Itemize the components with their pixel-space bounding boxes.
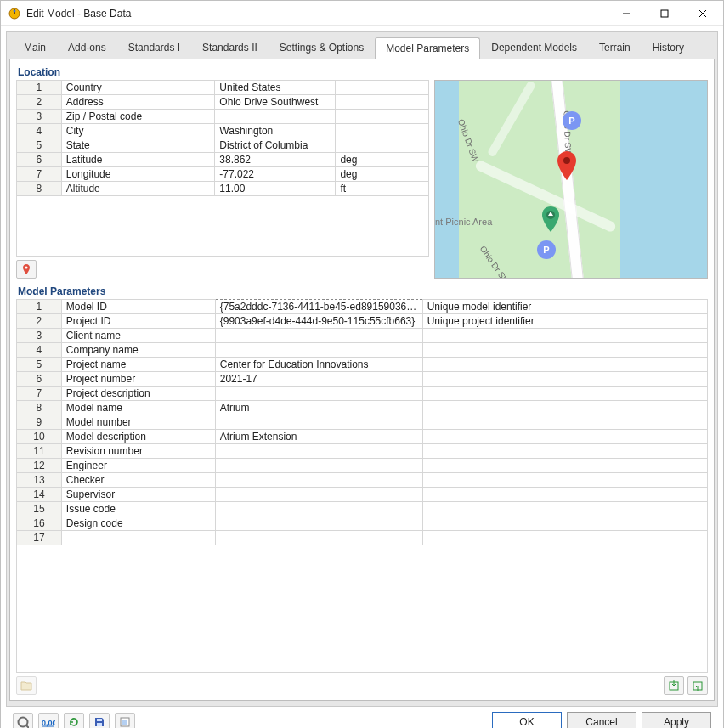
location-row[interactable]: 2AddressOhio Drive Southwest	[17, 95, 429, 110]
row-number: 6	[17, 153, 62, 167]
row-label: Client name	[61, 329, 215, 343]
location-grid-blank	[16, 196, 429, 257]
model-param-row[interactable]: 12Engineer	[17, 459, 708, 473]
dialog-window: Edit Model - Base Data MainAdd-onsStanda…	[0, 0, 724, 728]
tab-dependent-models[interactable]: Dependent Models	[480, 37, 588, 59]
row-label: Country	[61, 81, 215, 95]
export-button-1[interactable]	[664, 676, 684, 695]
tab-strip: MainAdd-onsStandards IStandards IISettin…	[9, 35, 715, 59]
open-folder-button[interactable]	[16, 676, 37, 695]
location-grid[interactable]: 1CountryUnited States2AddressOhio Drive …	[16, 80, 429, 196]
location-row[interactable]: 8Altitude11.00ft	[17, 182, 429, 196]
maximize-button[interactable]	[645, 1, 683, 25]
location-pin-icon	[557, 151, 574, 175]
close-button[interactable]	[683, 1, 721, 25]
row-value[interactable]	[215, 110, 336, 124]
model-param-row[interactable]: 10Model descriptionAtrium Extension	[17, 430, 708, 444]
tab-standards-ii[interactable]: Standards II	[191, 37, 269, 59]
row-number: 4	[17, 343, 62, 358]
tab-settings-options[interactable]: Settings & Options	[269, 37, 375, 59]
model-param-row[interactable]: 14Supervisor	[17, 488, 708, 502]
row-label: Design code	[61, 516, 215, 531]
row-label: Project ID	[61, 314, 215, 329]
tab-history[interactable]: History	[642, 37, 695, 59]
location-row[interactable]: 7Longitude-77.022deg	[17, 167, 429, 182]
apply-button[interactable]: Apply	[642, 712, 711, 728]
model-param-row[interactable]: 6Project number2021-17	[17, 372, 708, 387]
row-value[interactable]	[215, 343, 422, 358]
location-row[interactable]: 3Zip / Postal code	[17, 110, 429, 124]
model-param-row[interactable]: 7Project description	[17, 387, 708, 401]
row-value[interactable]: {9903a9ef-d4de-444d-9e50-115c55cfb663}	[215, 314, 422, 329]
park-point-icon	[541, 206, 560, 232]
tab-model-parameters[interactable]: Model Parameters	[375, 37, 480, 59]
tab-terrain[interactable]: Terrain	[588, 37, 642, 59]
refresh-button[interactable]	[64, 713, 84, 729]
model-param-row[interactable]: 17	[17, 531, 708, 545]
location-row[interactable]: 6Latitude38.862deg	[17, 153, 429, 167]
row-label: State	[61, 138, 215, 153]
row-value[interactable]: United States	[215, 81, 336, 95]
row-value[interactable]	[215, 502, 422, 516]
title-bar: Edit Model - Base Data	[1, 1, 723, 26]
tab-add-ons[interactable]: Add-ons	[57, 37, 117, 59]
row-value[interactable]: 11.00	[215, 182, 336, 196]
row-value[interactable]	[215, 329, 422, 343]
row-label: Longitude	[61, 167, 215, 182]
minimize-button[interactable]	[607, 1, 645, 25]
units-button[interactable]: 0,00	[38, 713, 59, 729]
model-param-row[interactable]: 3Client name	[17, 329, 708, 343]
cancel-button[interactable]: Cancel	[567, 712, 636, 728]
model-param-row[interactable]: 16Design code	[17, 516, 708, 531]
row-label: Project description	[61, 387, 215, 401]
row-label: Project name	[61, 358, 215, 372]
row-value[interactable]	[215, 387, 422, 401]
row-description	[422, 415, 707, 430]
export-button-2[interactable]	[687, 676, 708, 695]
model-param-row[interactable]: 1Model ID{75a2dddc-7136-4411-be45-ed8915…	[17, 300, 708, 314]
row-value[interactable]: {75a2dddc-7136-4411-be45-ed89159036bc}	[215, 300, 422, 314]
row-value[interactable]	[215, 415, 422, 430]
row-value[interactable]: 38.862	[215, 153, 336, 167]
model-param-row[interactable]: 4Company name	[17, 343, 708, 358]
row-value[interactable]: Ohio Drive Southwest	[215, 95, 336, 110]
row-value[interactable]: District of Columbia	[215, 138, 336, 153]
model-param-row[interactable]: 15Issue code	[17, 502, 708, 516]
row-value[interactable]: Center for Education Innovations	[215, 358, 422, 372]
save-button[interactable]	[89, 713, 110, 729]
tab-standards-i[interactable]: Standards I	[117, 37, 191, 59]
row-number: 9	[17, 415, 62, 430]
model-param-row[interactable]: 8Model nameAtrium	[17, 401, 708, 415]
row-value[interactable]	[215, 444, 422, 459]
svg-point-12	[19, 717, 28, 726]
row-description	[422, 343, 707, 358]
row-value[interactable]: Washington	[215, 124, 336, 138]
location-row[interactable]: 5StateDistrict of Columbia	[17, 138, 429, 153]
location-row[interactable]: 4CityWashington	[17, 124, 429, 138]
model-param-row[interactable]: 11Revision number	[17, 444, 708, 459]
row-value[interactable]: Atrium Extension	[215, 430, 422, 444]
model-param-row[interactable]: 13Checker	[17, 473, 708, 488]
row-value[interactable]	[215, 459, 422, 473]
row-value[interactable]	[215, 531, 422, 545]
row-description	[422, 329, 707, 343]
tab-main[interactable]: Main	[13, 37, 57, 59]
map-preview[interactable]: Ohio Dr SW Ohio Dr SW Ohio Dr SW nt Picn…	[434, 80, 708, 279]
row-value[interactable]	[215, 488, 422, 502]
list-button[interactable]	[115, 713, 135, 729]
row-value[interactable]: -77.022	[215, 167, 336, 182]
row-value[interactable]: 2021-17	[215, 372, 422, 387]
model-parameters-grid[interactable]: 1Model ID{75a2dddc-7136-4411-be45-ed8915…	[16, 299, 708, 545]
row-value[interactable]	[215, 473, 422, 488]
model-param-row[interactable]: 9Model number	[17, 415, 708, 430]
model-param-row[interactable]: 5Project nameCenter for Education Innova…	[17, 358, 708, 372]
row-value[interactable]: Atrium	[215, 401, 422, 415]
row-number: 14	[17, 488, 62, 502]
help-button[interactable]	[13, 713, 33, 729]
pick-location-button[interactable]	[16, 260, 37, 279]
model-param-row[interactable]: 2Project ID{9903a9ef-d4de-444d-9e50-115c…	[17, 314, 708, 329]
row-value[interactable]	[215, 516, 422, 531]
ok-button[interactable]: OK	[492, 712, 562, 728]
row-number: 2	[17, 314, 62, 329]
location-row[interactable]: 1CountryUnited States	[17, 81, 429, 95]
